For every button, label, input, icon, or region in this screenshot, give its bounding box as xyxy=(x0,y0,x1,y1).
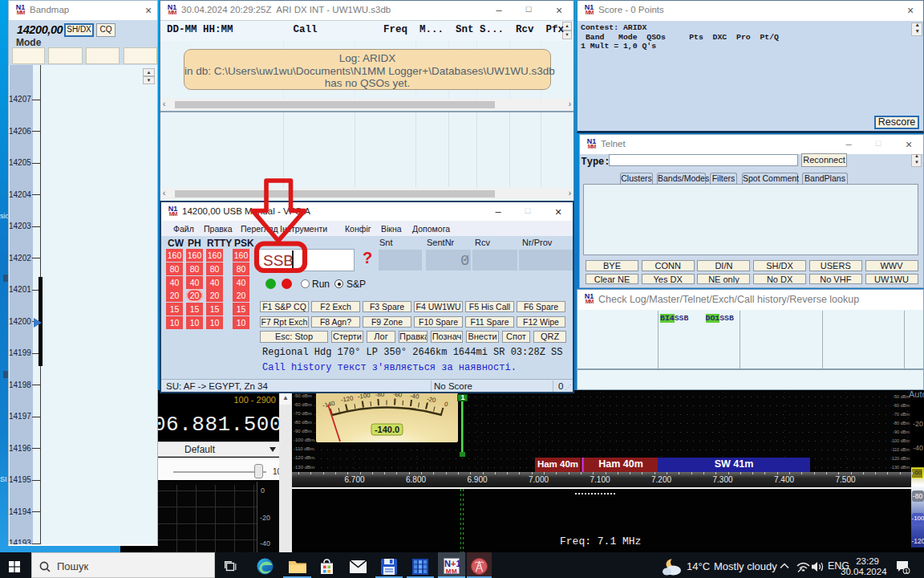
svg-text:1: 1 xyxy=(905,568,908,574)
